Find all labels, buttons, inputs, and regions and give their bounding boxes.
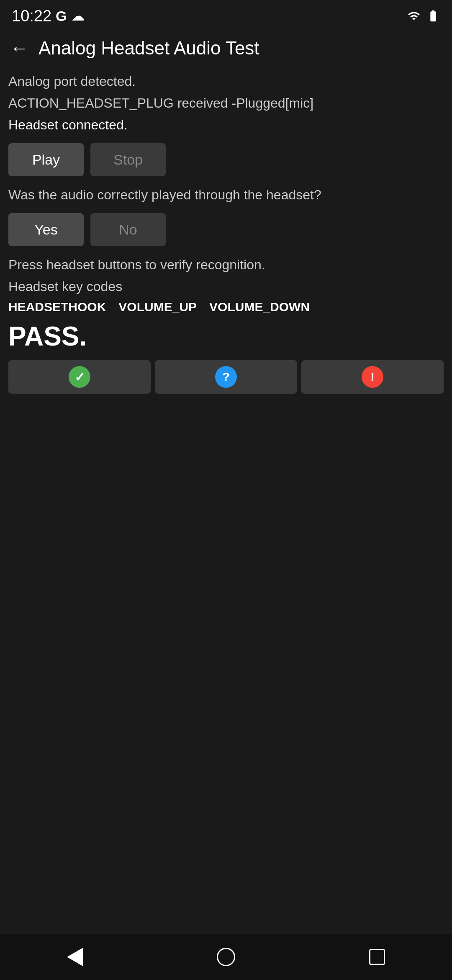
google-icon: G (56, 8, 67, 24)
stop-button[interactable]: Stop (90, 143, 166, 176)
volume-up-keycode: VOLUME_UP (118, 300, 197, 314)
recent-nav-icon (369, 949, 385, 965)
status-time: 10:22 (12, 7, 51, 25)
back-nav-icon (67, 948, 83, 966)
volume-down-keycode: VOLUME_DOWN (209, 300, 310, 314)
key-codes-row: HEADSETHOOK VOLUME_UP VOLUME_DOWN (8, 300, 444, 314)
play-button[interactable]: Play (8, 143, 84, 176)
headset-connected-text: Headset connected. (8, 115, 444, 135)
pass-action-button[interactable]: ✓ (8, 360, 151, 394)
yes-button[interactable]: Yes (8, 213, 84, 246)
app-bar: ← Analog Headset Audio Test (0, 29, 452, 67)
nav-back-button[interactable] (54, 944, 95, 970)
cloud-icon: ☁ (71, 8, 85, 24)
fail-icon-circle: ! (362, 366, 383, 388)
status-right (406, 9, 440, 23)
back-button[interactable]: ← (10, 38, 28, 59)
exclamation-icon: ! (370, 370, 375, 384)
press-headset-instruction: Press headset buttons to verify recognit… (8, 255, 444, 275)
content-area: Analog port detected. ACTION_HEADSET_PLU… (0, 67, 452, 980)
page-title: Analog Headset Audio Test (39, 38, 259, 59)
question-icon: ? (222, 370, 230, 384)
no-button[interactable]: No (90, 213, 166, 246)
playback-controls: Play Stop (8, 143, 444, 176)
pass-icon-circle: ✓ (69, 366, 90, 388)
status-left: 10:22 G ☁ (12, 7, 85, 25)
home-nav-icon (217, 948, 235, 966)
pass-result-text: PASS. (8, 321, 444, 352)
headsethook-keycode: HEADSETHOOK (8, 300, 106, 314)
wifi-icon (406, 10, 422, 22)
fail-action-button[interactable]: ! (301, 360, 444, 394)
action-buttons-row: ✓ ? ! (8, 360, 444, 394)
navigation-bar (0, 934, 452, 980)
action-headset-plug-text: ACTION_HEADSET_PLUG received -Plugged[mi… (8, 93, 444, 113)
audio-question-text: Was the audio correctly played through t… (8, 185, 444, 205)
headset-key-codes-label: Headset key codes (8, 276, 444, 297)
checkmark-icon: ✓ (74, 370, 85, 384)
battery-icon (426, 9, 440, 23)
info-action-button[interactable]: ? (155, 360, 297, 394)
analog-detected-text: Analog port detected. (8, 71, 444, 91)
answer-controls: Yes No (8, 213, 444, 246)
info-icon-circle: ? (215, 366, 237, 388)
status-bar: 10:22 G ☁ (0, 0, 452, 29)
nav-recent-button[interactable] (357, 945, 398, 969)
nav-home-button[interactable] (204, 944, 248, 970)
